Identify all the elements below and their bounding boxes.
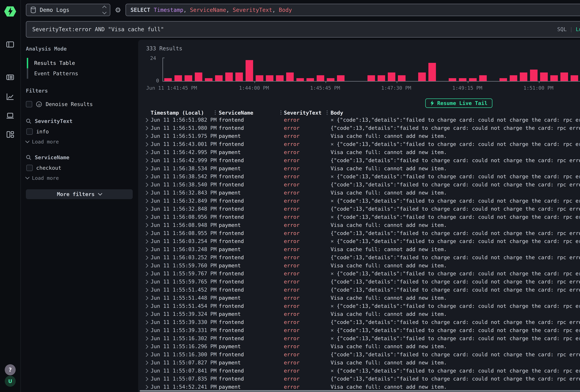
col-header-servicename[interactable]: ServiceName <box>219 110 284 116</box>
expand-chevron-icon[interactable] <box>145 181 150 188</box>
log-row[interactable]: Jun 11 1:56:03.248 PMpaymenterrorVisa ca… <box>138 245 580 254</box>
histogram-bar[interactable] <box>469 78 476 81</box>
histogram-bar[interactable] <box>530 70 538 81</box>
histogram-bar[interactable] <box>499 78 507 81</box>
histogram-bar[interactable] <box>540 72 548 81</box>
log-row[interactable]: Jun 11 1:56:38.540 PMfrontenderror{"code… <box>138 181 580 189</box>
histogram-bar[interactable] <box>327 78 334 81</box>
log-row[interactable]: Jun 11 1:56:43.001 PMfrontenderror×{"cod… <box>138 140 580 148</box>
histogram-bar[interactable] <box>276 75 284 81</box>
histogram-bar[interactable] <box>418 72 426 81</box>
expand-chevron-icon[interactable] <box>145 311 150 317</box>
expand-chevron-icon[interactable] <box>145 360 150 366</box>
more-filters-button[interactable]: More filters <box>26 189 133 199</box>
dashboards-icon[interactable] <box>0 130 20 139</box>
help-button[interactable]: ? <box>0 364 20 375</box>
mode-event-patterns[interactable]: Event Patterns <box>27 68 133 79</box>
log-row[interactable]: Jun 11 1:56:08.948 PMpaymenterrorVisa ca… <box>138 221 580 229</box>
expand-chevron-icon[interactable] <box>145 384 150 390</box>
search-input[interactable] <box>31 26 554 33</box>
col-header-severitytext[interactable]: SeverityText <box>284 110 331 116</box>
expand-chevron-icon[interactable] <box>145 149 150 155</box>
histogram-bar[interactable] <box>367 75 375 81</box>
log-row[interactable]: Jun 11 1:56:51.975 PMpaymenterrorVisa ca… <box>138 132 580 140</box>
sessions-laptop-icon[interactable] <box>0 111 20 120</box>
log-row[interactable]: Jun 11 1:56:32.848 PMfrontenderror{"code… <box>138 205 580 213</box>
expand-chevron-icon[interactable] <box>145 133 150 139</box>
filter-group-name[interactable]: SeverityText <box>35 118 72 124</box>
expand-chevron-icon[interactable] <box>145 254 150 261</box>
histogram-bar[interactable] <box>479 75 487 81</box>
sidebar-toggle-icon[interactable] <box>0 40 20 49</box>
log-row[interactable]: Jun 11 1:56:42.995 PMpaymenterrorVisa ca… <box>138 148 580 156</box>
expand-chevron-icon[interactable] <box>145 190 150 196</box>
histogram-bar[interactable] <box>164 78 172 81</box>
mode-results-table[interactable]: Results Table <box>27 58 133 68</box>
histogram-bar[interactable] <box>560 72 568 81</box>
query-language-toggle[interactable]: SQL | Lucene <box>557 26 580 32</box>
sql-mode-label[interactable]: SQL <box>557 26 567 32</box>
expand-chevron-icon[interactable] <box>145 230 150 236</box>
expand-chevron-icon[interactable] <box>145 157 150 163</box>
log-row[interactable]: Jun 11 1:56:32.849 PMfrontenderror×{"cod… <box>138 197 580 205</box>
log-row[interactable]: Jun 11 1:55:16.302 PMfrontenderror×{"cod… <box>138 334 580 342</box>
lucene-mode-label[interactable]: Lucene <box>576 26 580 32</box>
expand-chevron-icon[interactable] <box>145 117 150 123</box>
log-row[interactable]: Jun 11 1:55:16.296 PMpaymenterrorVisa ca… <box>138 342 580 351</box>
expand-chevron-icon[interactable] <box>145 238 150 244</box>
histogram-bar[interactable] <box>510 75 517 81</box>
horizontal-scrollbar-thumb[interactable] <box>140 390 580 392</box>
log-row[interactable]: Jun 11 1:56:51.980 PMfrontenderror{"code… <box>138 124 580 132</box>
log-row[interactable]: Jun 11 1:54:52.241 PMpaymenterrorVisa ca… <box>138 383 580 390</box>
expand-chevron-icon[interactable] <box>145 376 150 382</box>
histogram-bar[interactable] <box>225 72 233 81</box>
expand-chevron-icon[interactable] <box>145 246 150 252</box>
log-row[interactable]: Jun 11 1:56:38.542 PMfrontenderror×{"cod… <box>138 172 580 181</box>
log-row[interactable]: Jun 11 1:56:03.252 PMfrontenderror{"code… <box>138 254 580 261</box>
histogram-bar[interactable] <box>256 75 263 81</box>
denoise-checkbox[interactable] <box>26 101 32 107</box>
log-row[interactable]: Jun 11 1:55:51.452 PMfrontenderror{"code… <box>138 286 580 294</box>
col-header-timestamp[interactable]: Timestamp (Local) <box>151 110 219 116</box>
histogram-bar[interactable] <box>520 72 527 81</box>
col-header-body[interactable]: Body <box>331 110 580 116</box>
histogram-bar[interactable] <box>398 75 405 81</box>
histogram-bar[interactable] <box>378 75 385 81</box>
expand-chevron-icon[interactable] <box>145 287 150 293</box>
expand-chevron-icon[interactable] <box>145 214 150 220</box>
expand-chevron-icon[interactable] <box>145 319 150 325</box>
load-more-servicename[interactable]: Load more <box>26 175 133 181</box>
histogram-bar[interactable] <box>296 78 304 81</box>
filter-option-info[interactable]: info <box>26 128 133 135</box>
histogram-bar[interactable] <box>195 72 202 81</box>
log-row[interactable]: Jun 11 1:56:08.956 PMfrontenderror×{"cod… <box>138 213 580 221</box>
select-query-input[interactable]: SELECT Timestamp, ServiceName, SeverityT… <box>126 4 580 16</box>
log-row[interactable]: Jun 11 1:55:07.841 PMfrontenderror×{"cod… <box>138 367 580 375</box>
user-avatar[interactable]: U <box>0 376 20 387</box>
expand-chevron-icon[interactable] <box>145 335 150 341</box>
expand-chevron-icon[interactable] <box>145 165 150 171</box>
histogram-bar[interactable] <box>459 78 466 81</box>
histogram-bar[interactable] <box>266 75 274 81</box>
expand-chevron-icon[interactable] <box>145 206 150 212</box>
histogram-bar[interactable] <box>235 72 243 81</box>
expand-chevron-icon[interactable] <box>145 368 150 374</box>
expand-chevron-icon[interactable] <box>145 141 150 147</box>
histogram-bar[interactable] <box>317 75 324 81</box>
expand-chevron-icon[interactable] <box>145 351 150 358</box>
log-row[interactable]: Jun 11 1:55:59.765 PMfrontenderror{"code… <box>138 278 580 286</box>
expand-chevron-icon[interactable] <box>145 125 150 131</box>
expand-chevron-icon[interactable] <box>145 198 150 204</box>
info-checkbox[interactable] <box>26 129 33 135</box>
log-row[interactable]: Jun 11 1:55:59.760 PMpaymenterrorVisa ca… <box>138 261 580 269</box>
histogram-bar[interactable] <box>286 72 294 81</box>
source-select[interactable]: Demo Logs <box>26 4 110 16</box>
log-row[interactable]: Jun 11 1:56:08.955 PMfrontenderror{"code… <box>138 229 580 237</box>
log-row[interactable]: Jun 11 1:56:38.534 PMpaymenterrorVisa ca… <box>138 164 580 172</box>
log-row[interactable]: Jun 11 1:55:51.454 PMfrontenderror×{"cod… <box>138 302 580 310</box>
expand-chevron-icon[interactable] <box>145 173 150 179</box>
log-row[interactable]: Jun 11 1:56:32.843 PMpaymenterrorVisa ca… <box>138 189 580 197</box>
log-row[interactable]: Jun 11 1:55:59.767 PMfrontenderror×{"cod… <box>138 269 580 278</box>
log-row[interactable]: Jun 11 1:56:03.254 PMfrontenderror×{"cod… <box>138 237 580 245</box>
histogram-bar[interactable] <box>215 75 223 81</box>
